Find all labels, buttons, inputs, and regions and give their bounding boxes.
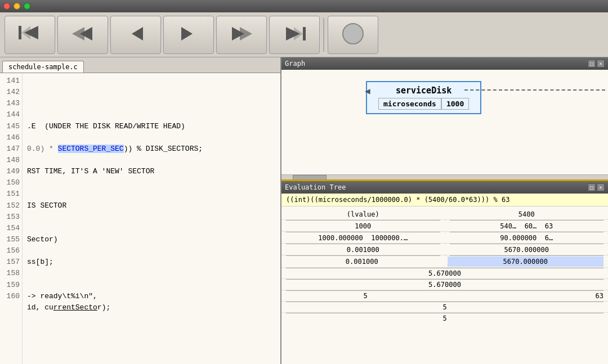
line-154: Sector) <box>27 235 58 244</box>
eval-row-5: 0.001000 5670.000000 <box>281 256 608 268</box>
eval-left-3: 1000.000000 1000000.… <box>286 234 440 242</box>
close-button[interactable] <box>3 3 10 10</box>
eval-val-5a: 5 <box>286 292 445 300</box>
line-156: ss[b]; <box>27 258 53 266</box>
svg-marker-5 <box>132 27 143 41</box>
tab-bar: schedule-sample.c <box>0 57 280 73</box>
line-146: 0.0) * SECTORS_PER_SEC)) % DISK_SECTORS; <box>27 145 203 153</box>
line-144: .E (UNDER THE DISK READ/WRITE HEAD) <box>27 122 185 131</box>
eval-center-3: 5 <box>281 302 608 313</box>
code-text: .E (UNDER THE DISK READ/WRITE HEAD) 0.0)… <box>23 73 280 364</box>
graph-content: serviceDisk microseconds 1000 ◀ <box>281 70 608 181</box>
svg-marker-11 <box>294 27 303 41</box>
eval-right-2: 540… 60… 63 <box>450 222 604 230</box>
line-159: -> ready\t%i\n", <box>27 292 97 300</box>
graph-header: Graph □ ✕ <box>281 57 608 70</box>
svg-marker-8 <box>240 27 252 41</box>
eval-title: Evaluation Tree <box>285 183 346 191</box>
graph-scrollbar-thumb[interactable] <box>293 175 327 181</box>
eval-row-4: 0.001000 5670.000000 <box>281 244 608 255</box>
service-disk-param1: microseconds <box>378 98 441 110</box>
eval-right-3: 90.000000 6… <box>450 234 604 242</box>
toolbar <box>0 12 608 57</box>
eval-right-5: 5670.000000 <box>448 257 604 267</box>
eval-panel: Evaluation Tree □ ✕ ((int)((microseconds… <box>281 181 608 364</box>
eval-header-buttons: □ ✕ <box>588 183 605 191</box>
code-content: 141 142 143 144 145 146 147 148 149 150 … <box>0 73 280 364</box>
graph-title: Graph <box>285 60 305 68</box>
step-fwd-button[interactable] <box>163 16 214 54</box>
line-148: RST TIME, IT'S A 'NEW' SECTOR <box>27 167 154 176</box>
eval-final: 5 <box>281 313 608 323</box>
eval-row-2: 1000 540… 60… 63 <box>281 221 608 232</box>
dashed-connection <box>464 89 605 91</box>
eval-row-1: (lvalue) 5400 <box>281 209 608 220</box>
eval-close-button[interactable]: ✕ <box>597 183 605 191</box>
next-icon <box>227 23 256 47</box>
graph-scrollbar[interactable] <box>281 174 608 181</box>
service-disk-value: microseconds 1000 <box>378 98 469 110</box>
eval-expression: ((int)((microseconds/1000000.0) * (5400/… <box>281 194 608 206</box>
eval-tree: (lvalue) 5400 1000 540… 60… 63 1000. <box>281 206 608 326</box>
record-icon <box>339 20 367 50</box>
main-container: schedule-sample.c 141 142 143 144 145 14… <box>0 57 608 364</box>
node-arrow: ◀ <box>365 86 370 96</box>
right-panel: Graph □ ✕ serviceDisk microseconds 1000 … <box>281 57 608 364</box>
eval-row-6: 5 63 <box>281 291 608 302</box>
record-button[interactable] <box>328 16 378 54</box>
service-disk-node[interactable]: serviceDisk microseconds 1000 <box>366 81 481 114</box>
first-icon <box>16 21 44 48</box>
next-button[interactable] <box>216 16 267 54</box>
step-back-button[interactable] <box>110 16 161 54</box>
svg-marker-6 <box>181 27 193 41</box>
line-151: IS SECTOR <box>27 201 66 210</box>
eval-center-1: 5.670000 <box>281 268 608 279</box>
eval-left-2: 1000 <box>286 222 440 230</box>
prev-icon <box>69 23 97 47</box>
first-button[interactable] <box>5 16 55 54</box>
eval-left-4: 0.001000 <box>286 246 440 254</box>
eval-left-5: 0.001000 <box>286 258 438 266</box>
eval-content: ((int)((microseconds/1000000.0) * (5400/… <box>281 194 608 364</box>
service-disk-param2: 1000 <box>441 98 469 110</box>
prev-button[interactable] <box>57 16 108 54</box>
step-back-icon <box>122 23 150 47</box>
eval-row-3: 1000.000000 1000000.… 90.000000 6… <box>281 232 608 244</box>
eval-right-4: 5670.000000 <box>450 246 604 254</box>
line-numbers: 141 142 143 144 145 146 147 148 149 150 … <box>0 73 23 364</box>
svg-marker-2 <box>21 26 30 39</box>
line-160: id, currentSector); <box>27 303 110 312</box>
svg-rect-0 <box>19 26 21 39</box>
last-button[interactable] <box>269 16 320 54</box>
maximize-button[interactable] <box>24 3 30 10</box>
eval-minimize-button[interactable]: □ <box>588 183 596 191</box>
last-icon <box>280 23 309 47</box>
svg-marker-4 <box>72 27 84 41</box>
minimize-button[interactable] <box>14 3 20 10</box>
graph-close-button[interactable]: ✕ <box>597 60 605 68</box>
service-disk-name: serviceDisk <box>378 86 469 96</box>
toolbar-separator <box>323 18 324 52</box>
code-panel: schedule-sample.c 141 142 143 144 145 14… <box>0 57 281 364</box>
svg-rect-9 <box>303 27 306 41</box>
code-tab[interactable]: schedule-sample.c <box>2 61 84 73</box>
eval-header: Evaluation Tree □ ✕ <box>281 181 608 194</box>
eval-center-2: 5.670000 <box>281 280 608 290</box>
graph-minimize-button[interactable]: □ <box>588 60 596 68</box>
graph-header-buttons: □ ✕ <box>588 60 605 68</box>
step-fwd-icon <box>175 23 203 47</box>
eval-right-1: 5400 <box>450 210 604 218</box>
eval-left-1: (lvalue) <box>286 210 440 218</box>
graph-panel: Graph □ ✕ serviceDisk microseconds 1000 … <box>281 57 608 181</box>
titlebar <box>0 0 608 12</box>
svg-point-12 <box>343 24 363 44</box>
eval-val-63: 63 <box>445 292 603 300</box>
